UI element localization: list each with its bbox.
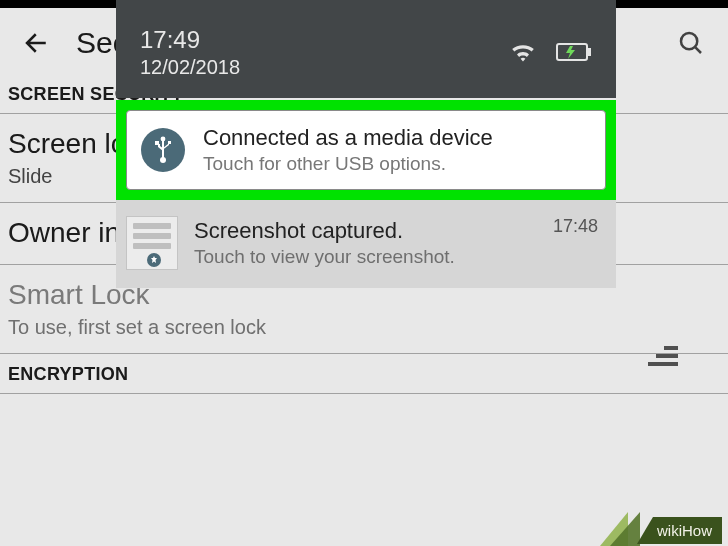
search-icon	[676, 28, 706, 58]
wifi-icon	[508, 40, 538, 64]
svg-point-7	[160, 157, 166, 163]
thumb-badge-icon	[147, 253, 161, 267]
thumb-line	[133, 243, 171, 249]
watermark-accent-2	[610, 512, 640, 546]
notification-screenshot[interactable]: Screenshot captured. Touch to view your …	[116, 200, 616, 288]
svg-rect-1	[664, 346, 678, 350]
notification-screenshot-title: Screenshot captured.	[194, 218, 455, 244]
usb-icon	[151, 135, 175, 165]
svg-rect-3	[648, 362, 678, 366]
svg-rect-8	[155, 141, 159, 145]
search-button[interactable]	[674, 26, 708, 60]
smart-lock-subtitle: To use, first set a screen lock	[8, 316, 720, 339]
usb-icon-circle	[141, 128, 185, 172]
thumb-line	[133, 233, 171, 239]
notification-usb[interactable]: Connected as a media device Touch for ot…	[126, 110, 606, 190]
svg-rect-5	[588, 48, 591, 56]
section-header-encryption: ENCRYPTION	[0, 354, 728, 394]
notification-shade: Connected as a media device Touch for ot…	[116, 100, 616, 288]
notification-usb-title: Connected as a media device	[203, 125, 493, 151]
battery-charging-icon	[556, 41, 592, 63]
notification-screenshot-texts: Screenshot captured. Touch to view your …	[194, 218, 455, 268]
expand-lines-icon	[648, 344, 682, 370]
screen-root: Security SCREEN SECURITY Screen lock Sli…	[0, 0, 728, 546]
status-bar: 17:49 12/02/2018	[116, 0, 616, 98]
status-bar-time: 17:49	[140, 25, 240, 55]
back-arrow-icon	[22, 28, 52, 58]
notification-usb-subtitle: Touch for other USB options.	[203, 153, 493, 175]
status-bar-datetime: 17:49 12/02/2018	[140, 25, 240, 80]
svg-point-0	[681, 33, 697, 49]
svg-rect-2	[656, 354, 678, 358]
status-bar-date: 12/02/2018	[140, 55, 240, 80]
status-bar-icons	[508, 40, 592, 64]
back-button[interactable]	[20, 26, 54, 60]
notification-screenshot-time: 17:48	[553, 216, 598, 237]
screenshot-thumbnail	[126, 216, 178, 270]
notification-screenshot-subtitle: Touch to view your screenshot.	[194, 246, 455, 268]
highlight-box: Connected as a media device Touch for ot…	[116, 100, 616, 200]
notification-expand-handle[interactable]	[648, 344, 682, 374]
notification-usb-texts: Connected as a media device Touch for ot…	[203, 125, 493, 175]
thumb-line	[133, 223, 171, 229]
